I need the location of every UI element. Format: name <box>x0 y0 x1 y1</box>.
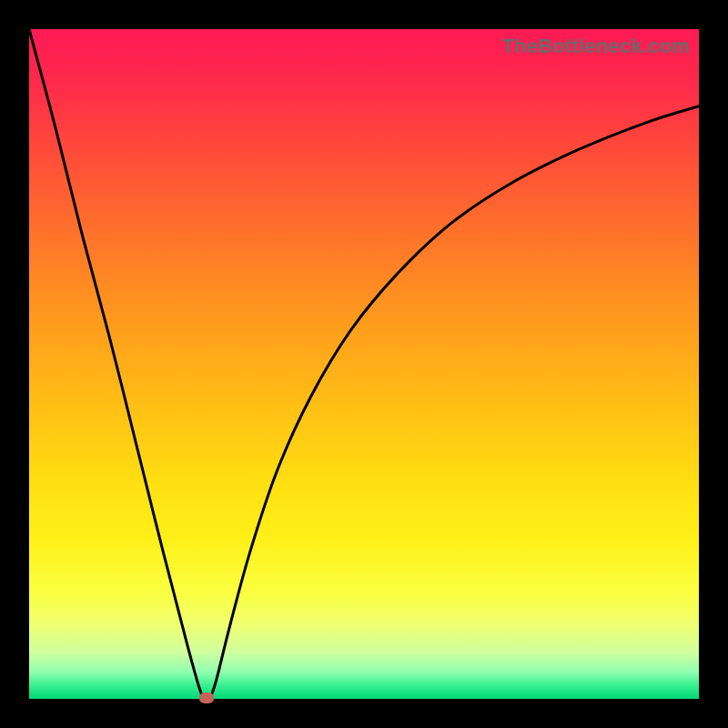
curve-svg <box>29 29 699 699</box>
plot-area: TheBottleneck.com <box>29 29 699 699</box>
bottleneck-curve <box>29 29 699 699</box>
curve-minimum-marker <box>199 693 214 703</box>
chart-frame: TheBottleneck.com <box>0 0 728 728</box>
